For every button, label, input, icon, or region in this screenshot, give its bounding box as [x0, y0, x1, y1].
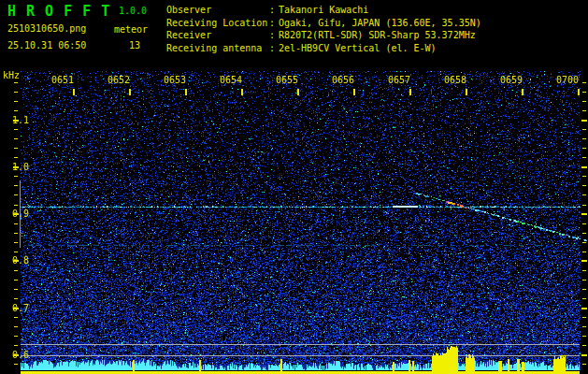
station-info: Observer : Takanori Kawachi Receiving Lo… — [166, 4, 481, 54]
info-row-antenna: Receiving antenna : 2el-HB9CV Vertical (… — [166, 42, 481, 55]
info-colon: : — [269, 42, 279, 55]
info-colon: : — [269, 4, 279, 17]
info-label: Receiving Location — [166, 17, 269, 30]
spectrogram-canvas — [0, 58, 588, 374]
info-row-observer: Observer : Takanori Kawachi — [166, 4, 481, 17]
mode-label: meteor — [114, 24, 148, 35]
info-row-receiver: Receiver : R820T2(RTL-SDR) SDR-Sharp 53.… — [166, 29, 481, 42]
info-value: Ogaki, Gifu, JAPAN (136.60E, 35.35N) — [279, 17, 481, 30]
info-label: Receiving antenna — [166, 42, 269, 55]
info-label: Receiver — [166, 29, 269, 42]
app-version: 1.0.0 — [119, 6, 147, 16]
info-label: Observer — [166, 4, 269, 17]
observation-datetime: 25.10.31 06:50 — [7, 40, 86, 50]
info-row-location: Receiving Location : Ogaki, Gifu, JAPAN … — [166, 17, 481, 30]
meteor-count: 13 — [129, 40, 140, 50]
info-colon: : — [269, 29, 279, 42]
output-filename: 2510310650.png — [7, 23, 86, 34]
hrofft-window: H R O F F T 1.0.0 2510310650.png meteor … — [0, 0, 588, 374]
info-colon: : — [269, 17, 279, 30]
info-value: Takanori Kawachi — [279, 4, 368, 17]
info-value: 2el-HB9CV Vertical (el. E-W) — [279, 42, 437, 55]
info-value: R820T2(RTL-SDR) SDR-Sharp 53.372MHz — [279, 29, 476, 42]
app-title: H R O F F T — [7, 3, 110, 20]
